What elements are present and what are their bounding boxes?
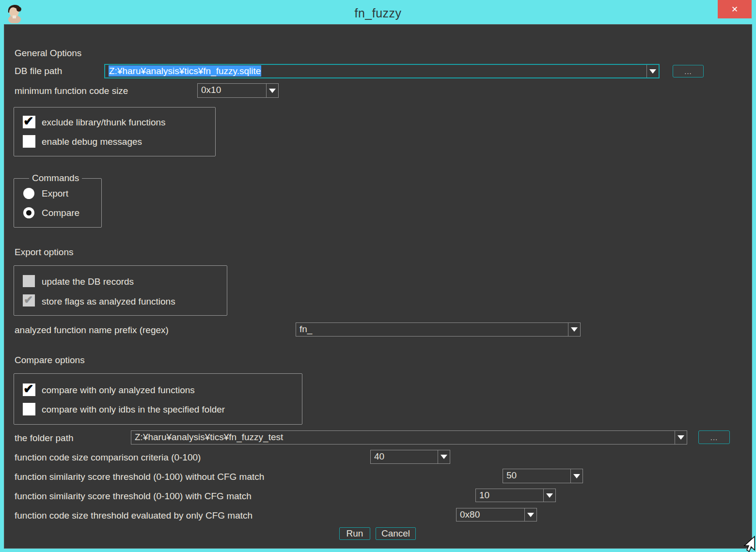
exclude-library-checkbox[interactable] [23,116,35,128]
update-db-records-label: update the DB records [42,276,134,288]
run-button[interactable]: Run [339,527,370,540]
compare-radio-label[interactable]: Compare [42,207,79,219]
similarity-without-cfg-value: 50 [503,469,570,483]
enable-debug-label[interactable]: enable debug messages [42,136,142,148]
dropdown-arrow-icon [269,89,276,93]
similarity-with-cfg-dropdown-button[interactable] [543,489,555,502]
folder-path-input[interactable]: Z:¥haru¥analysis¥tics¥fn_fuzzy_test [131,430,687,445]
code-size-threshold-cfg-dropdown-button[interactable] [524,508,536,521]
commands-group-title: Commands [29,172,82,184]
db-file-path-label: DB file path [15,65,62,77]
db-file-path-dropdown-button[interactable] [646,65,659,77]
dropdown-arrow-icon [677,435,684,440]
code-size-criteria-dropdown-button[interactable] [438,450,450,463]
folder-path-browse-button[interactable]: ... [698,430,730,444]
similarity-with-cfg-select[interactable]: 10 [475,489,556,502]
dropdown-arrow-icon [441,455,447,459]
similarity-without-cfg-label: function similarity score threshold (0-1… [15,471,264,483]
db-file-path-browse-button[interactable]: ... [673,65,704,77]
dropdown-arrow-icon [573,474,580,478]
export-options-group [14,265,227,316]
close-button[interactable]: ✕ [718,0,752,18]
enable-debug-checkbox[interactable] [23,135,35,148]
general-options-heading: General Options [15,47,81,59]
code-size-criteria-select[interactable]: 40 [370,450,450,464]
mouse-cursor [735,536,756,552]
commands-group [14,178,102,228]
export-radio-label[interactable]: Export [42,188,68,199]
export-radio[interactable] [23,188,34,199]
compare-options-group [14,373,302,425]
similarity-without-cfg-dropdown-button[interactable] [570,469,583,483]
dropdown-arrow-icon [546,493,553,498]
code-size-threshold-cfg-select[interactable]: 0x80 [456,508,537,521]
prefix-value: fn_ [296,323,568,336]
similarity-with-cfg-label: function similarity score threshold (0-1… [15,491,252,502]
code-size-threshold-cfg-label: function code size threshold evaluated b… [15,510,252,521]
cancel-button[interactable]: Cancel [376,527,416,540]
code-size-criteria-label: function code size comparison criteria (… [15,452,201,463]
min-code-size-label: minimum function code size [15,85,128,97]
db-file-path-input[interactable]: Z:¥haru¥analysis¥tics¥fn_fuzzy.sqlite [104,64,660,78]
folder-path-label: the folder path [15,432,73,444]
update-db-records-checkbox [23,275,35,287]
min-code-size-select[interactable]: 0x10 [197,83,279,98]
compare-radio[interactable] [23,207,34,218]
similarity-without-cfg-select[interactable]: 50 [503,469,583,483]
exclude-library-label[interactable]: exclude library/thunk functions [42,117,166,128]
titlebar[interactable]: fn_fuzzy ✕ [0,0,756,24]
compare-options-heading: Compare options [15,354,85,366]
dropdown-arrow-icon [571,327,578,332]
compare-analyzed-checkbox[interactable] [23,383,35,396]
prefix-input[interactable]: fn_ [296,322,581,337]
min-code-size-value: 0x10 [198,84,266,97]
store-flags-checkbox [23,294,35,307]
compare-idbs-folder-label[interactable]: compare with only idbs in the specified … [42,404,225,415]
min-code-size-dropdown-button[interactable] [266,84,278,97]
dropdown-arrow-icon [527,513,534,517]
prefix-dropdown-button[interactable] [568,323,580,336]
compare-analyzed-label[interactable]: compare with only analyzed functions [42,384,195,396]
export-options-heading: Export options [15,246,73,258]
folder-path-value: Z:¥haru¥analysis¥tics¥fn_fuzzy_test [131,431,675,444]
compare-idbs-folder-checkbox[interactable] [23,403,35,415]
general-checkbox-group [14,107,216,156]
prefix-label: analyzed function name prefix (regex) [15,324,169,336]
window-title: fn_fuzzy [0,6,756,20]
selected-text: Z:¥haru¥analysis¥tics¥fn_fuzzy.sqlite [109,65,261,77]
db-file-path-value: Z:¥haru¥analysis¥tics¥fn_fuzzy.sqlite [105,65,646,77]
dropdown-arrow-icon [649,69,656,74]
code-size-threshold-cfg-value: 0x80 [457,508,524,521]
fn-fuzzy-dialog: fn_fuzzy ✕ General Options DB file path … [0,0,756,552]
code-size-criteria-value: 40 [371,450,438,463]
folder-path-dropdown-button[interactable] [675,431,687,444]
similarity-with-cfg-value: 10 [476,489,543,502]
store-flags-label: store flags as analyzed functions [42,296,175,307]
